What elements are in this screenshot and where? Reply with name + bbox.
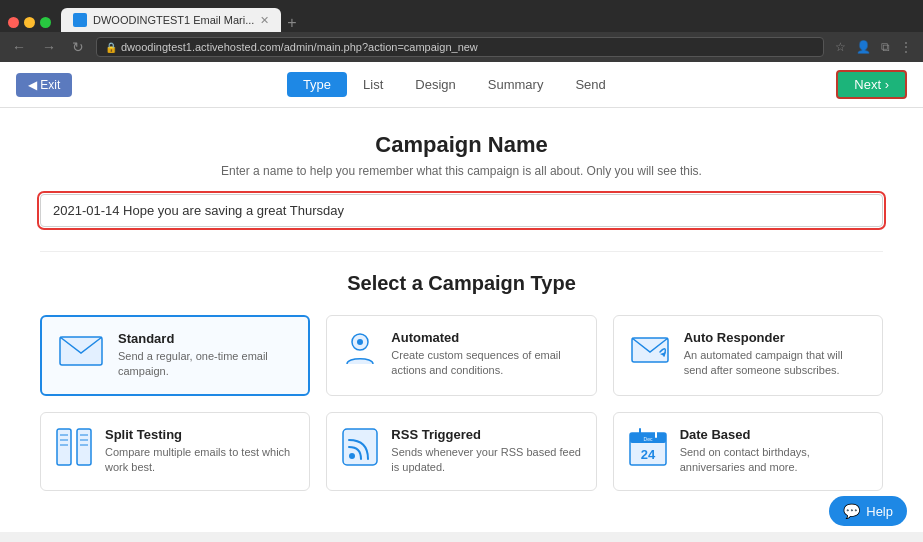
tab-design[interactable]: Design — [399, 72, 471, 97]
help-icon: 💬 — [843, 503, 860, 519]
standard-card-title: Standard — [118, 331, 294, 346]
campaign-name-input[interactable] — [40, 194, 883, 227]
automated-card-content: Automated Create custom sequences of ema… — [391, 330, 581, 379]
tab-type[interactable]: Type — [287, 72, 347, 97]
rss-card-content: RSS Triggered Sends whenever your RSS ba… — [391, 427, 581, 476]
split-testing-icon — [55, 427, 93, 471]
url-text: dwoodingtest1.activehosted.com/admin/mai… — [121, 41, 478, 53]
campaign-types-grid: Standard Send a regular, one-time email … — [40, 315, 883, 491]
svg-text:24: 24 — [640, 447, 655, 462]
autoresponder-card-title: Auto Responder — [684, 330, 868, 345]
svg-text:Dec: Dec — [643, 436, 652, 442]
help-label: Help — [866, 504, 893, 519]
toolbar: ◀ Exit Type List Design Summary Send Nex… — [0, 62, 923, 108]
svg-rect-5 — [57, 429, 71, 465]
refresh-button[interactable]: ↻ — [68, 37, 88, 57]
svg-point-14 — [349, 453, 355, 459]
section-divider — [40, 251, 883, 252]
campaign-card-rss[interactable]: RSS Triggered Sends whenever your RSS ba… — [326, 412, 596, 491]
back-button[interactable]: ← — [8, 37, 30, 57]
rss-icon — [341, 427, 379, 471]
tab-send[interactable]: Send — [559, 72, 621, 97]
tab-summary[interactable]: Summary — [472, 72, 560, 97]
campaign-card-split-testing[interactable]: Split Testing Compare multiple emails to… — [40, 412, 310, 491]
campaign-name-subtitle: Enter a name to help you remember what t… — [40, 164, 883, 178]
autoresponder-card-desc: An automated campaign that will send aft… — [684, 348, 868, 379]
automated-icon — [341, 330, 379, 374]
traffic-light-green[interactable] — [40, 17, 51, 28]
next-button[interactable]: Next › — [836, 70, 907, 99]
campaign-type-title: Select a Campaign Type — [40, 272, 883, 295]
date-based-icon: 24 Dec — [628, 427, 668, 471]
rss-card-desc: Sends whenever your RSS based feed is up… — [391, 445, 581, 476]
standard-card-desc: Send a regular, one-time email campaign. — [118, 349, 294, 380]
automated-card-desc: Create custom sequences of email actions… — [391, 348, 581, 379]
svg-point-2 — [357, 339, 363, 345]
address-bar[interactable]: 🔒 dwoodingtest1.activehosted.com/admin/m… — [96, 37, 824, 57]
menu-icon[interactable]: ⋮ — [897, 38, 915, 56]
exit-button[interactable]: ◀ Exit — [16, 73, 72, 97]
help-button[interactable]: 💬 Help — [829, 496, 907, 526]
campaign-card-standard[interactable]: Standard Send a regular, one-time email … — [40, 315, 310, 396]
active-tab[interactable]: DWOODINGTEST1 Email Mari... ✕ — [61, 8, 281, 32]
autoresponder-card-content: Auto Responder An automated campaign tha… — [684, 330, 868, 379]
campaign-card-date-based[interactable]: 24 Dec Date Based Send on contact birthd… — [613, 412, 883, 491]
forward-button[interactable]: → — [38, 37, 60, 57]
svg-rect-6 — [77, 429, 91, 465]
traffic-light-red[interactable] — [8, 17, 19, 28]
tab-close-button[interactable]: ✕ — [260, 14, 269, 27]
step-tabs: Type List Design Summary Send — [287, 72, 622, 97]
tab-title: DWOODINGTEST1 Email Mari... — [93, 14, 254, 26]
date-based-card-title: Date Based — [680, 427, 868, 442]
tab-icon — [73, 13, 87, 27]
traffic-light-yellow[interactable] — [24, 17, 35, 28]
autoresponder-icon — [628, 330, 672, 374]
extensions-icon[interactable]: ⧉ — [878, 38, 893, 56]
standard-icon — [56, 331, 106, 375]
page-body: Campaign Name Enter a name to help you r… — [0, 108, 923, 515]
split-testing-card-desc: Compare multiple emails to test which wo… — [105, 445, 295, 476]
split-testing-card-title: Split Testing — [105, 427, 295, 442]
profile-icon[interactable]: 👤 — [853, 38, 874, 56]
automated-card-title: Automated — [391, 330, 581, 345]
bookmark-icon[interactable]: ☆ — [832, 38, 849, 56]
lock-icon: 🔒 — [105, 42, 117, 53]
campaign-card-autoresponder[interactable]: Auto Responder An automated campaign tha… — [613, 315, 883, 396]
date-based-card-desc: Send on contact birthdays, anniversaries… — [680, 445, 868, 476]
rss-card-title: RSS Triggered — [391, 427, 581, 442]
main-content: ◀ Exit Type List Design Summary Send Nex… — [0, 62, 923, 532]
date-based-card-content: Date Based Send on contact birthdays, an… — [680, 427, 868, 476]
campaign-card-automated[interactable]: Automated Create custom sequences of ema… — [326, 315, 596, 396]
split-testing-card-content: Split Testing Compare multiple emails to… — [105, 427, 295, 476]
tab-list[interactable]: List — [347, 72, 399, 97]
standard-card-content: Standard Send a regular, one-time email … — [118, 331, 294, 380]
campaign-name-title: Campaign Name — [40, 132, 883, 158]
new-tab-button[interactable]: + — [281, 14, 302, 32]
